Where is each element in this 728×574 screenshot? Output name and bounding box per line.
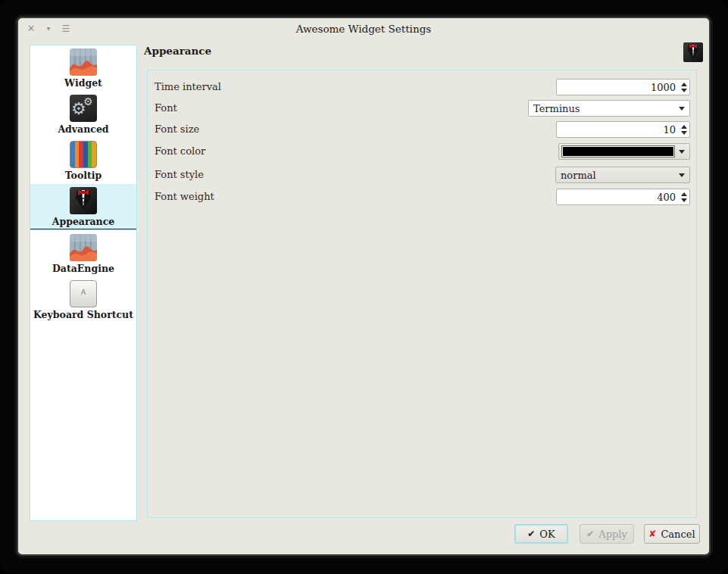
- sidebar-item-label: DataEngine: [30, 263, 136, 276]
- font-weight-spinbox[interactable]: 400: [556, 189, 690, 205]
- sidebar-item-label: Advanced: [30, 123, 136, 136]
- color-stripes-icon: [70, 141, 97, 168]
- settings-window: ✕ ▾ ☰ Awesome Widget Settings Widget ⚙⚙ …: [17, 17, 711, 556]
- category-sidebar: Widget ⚙⚙ Advanced Tooltip Appearance: [30, 45, 137, 521]
- cancel-button-label: Cancel: [661, 529, 695, 540]
- font-color-picker[interactable]: [558, 143, 690, 160]
- area-chart-icon: [70, 234, 97, 261]
- screen-background: ✕ ▾ ☰ Awesome Widget Settings Widget ⚙⚙ …: [0, 0, 728, 574]
- chevron-down-icon[interactable]: [674, 107, 689, 111]
- chevron-down-icon[interactable]: [674, 150, 689, 154]
- window-title: Awesome Widget Settings: [18, 23, 709, 35]
- spinner-arrows-icon[interactable]: [679, 80, 689, 95]
- sidebar-item-label: Widget: [30, 77, 136, 90]
- ok-button-label: OK: [539, 529, 555, 540]
- keyboard-key-icon: A: [70, 280, 97, 307]
- dialog-button-bar: ✔ OK ✔ Apply ✘ Cancel: [18, 524, 709, 544]
- font-size-spinbox[interactable]: 10: [556, 121, 690, 138]
- time-interval-spinbox[interactable]: 1000: [556, 79, 690, 95]
- checkmark-icon: ✔: [527, 529, 535, 539]
- checkmark-icon: ✔: [586, 529, 594, 539]
- spinbox-value[interactable]: 400: [557, 192, 679, 203]
- field-label: Font size: [155, 123, 199, 135]
- form-row-font-size: Font size 10: [148, 121, 696, 138]
- color-swatch[interactable]: [562, 146, 674, 157]
- font-combobox[interactable]: Terminus: [528, 100, 690, 117]
- page-title: Appearance: [144, 45, 211, 57]
- chevron-down-icon[interactable]: [674, 173, 689, 177]
- apply-button-label: Apply: [598, 529, 627, 540]
- spinbox-value[interactable]: 1000: [557, 82, 679, 93]
- combobox-value[interactable]: Terminus: [529, 103, 674, 114]
- spinner-arrows-icon[interactable]: [679, 189, 689, 204]
- sidebar-item-label: Keyboard Shortcut: [30, 309, 136, 322]
- field-label: Font weight: [155, 191, 214, 202]
- font-style-combobox[interactable]: normal: [555, 167, 690, 183]
- cancel-button[interactable]: ✘ Cancel: [644, 524, 700, 544]
- sidebar-item-label: Appearance: [30, 216, 136, 229]
- tuxedo-icon: [70, 187, 97, 214]
- sidebar-item-label: Tooltip: [30, 170, 136, 182]
- cross-icon: ✘: [648, 529, 656, 539]
- form-row-font: Font Terminus: [148, 100, 696, 117]
- spinbox-value[interactable]: 10: [557, 124, 679, 136]
- appearance-form: Time interval 1000 Font Terminus Font si…: [147, 70, 697, 518]
- sidebar-item-appearance[interactable]: Appearance: [30, 184, 136, 231]
- area-chart-icon: [70, 48, 97, 76]
- field-label: Time interval: [155, 81, 221, 92]
- title-bar[interactable]: ✕ ▾ ☰ Awesome Widget Settings: [18, 18, 709, 39]
- sidebar-item-keyboard-shortcut[interactable]: A Keyboard Shortcut: [30, 277, 136, 323]
- gears-icon: ⚙⚙: [70, 95, 97, 122]
- form-row-font-color: Font color: [148, 143, 696, 160]
- ok-button[interactable]: ✔ OK: [514, 524, 568, 544]
- sidebar-item-tooltip[interactable]: Tooltip: [30, 138, 136, 184]
- sidebar-item-advanced[interactable]: ⚙⚙ Advanced: [30, 92, 136, 138]
- form-row-font-style: Font style normal: [148, 167, 696, 183]
- form-row-time-interval: Time interval 1000: [148, 79, 696, 95]
- spinner-arrows-icon[interactable]: [679, 122, 689, 137]
- field-label: Font style: [155, 169, 204, 180]
- form-row-font-weight: Font weight 400: [148, 189, 696, 205]
- field-label: Font: [155, 102, 177, 114]
- sidebar-item-dataengine[interactable]: DataEngine: [30, 231, 136, 277]
- field-label: Font color: [155, 145, 205, 157]
- tuxedo-icon: [683, 42, 703, 62]
- combobox-value[interactable]: normal: [556, 170, 674, 181]
- apply-button[interactable]: ✔ Apply: [580, 524, 634, 544]
- sidebar-item-widget[interactable]: Widget: [30, 45, 136, 92]
